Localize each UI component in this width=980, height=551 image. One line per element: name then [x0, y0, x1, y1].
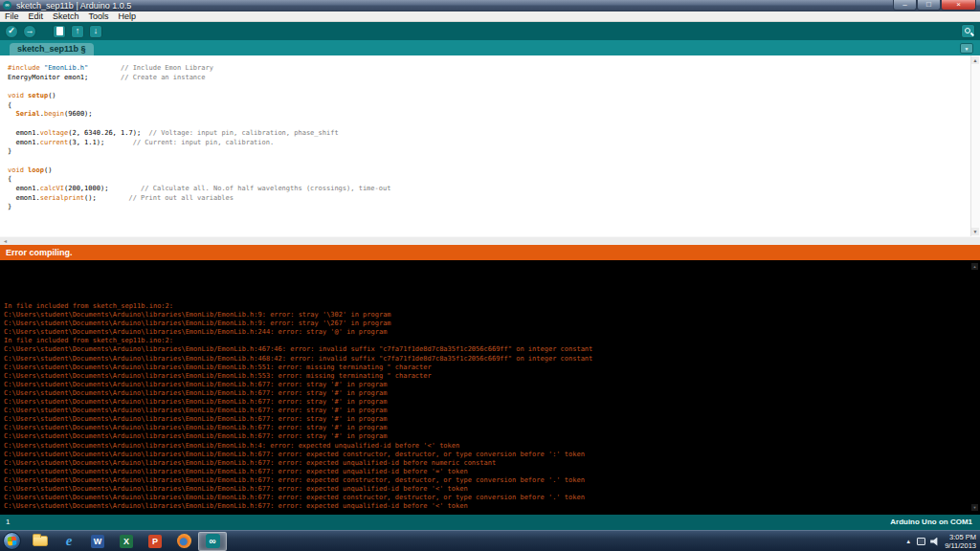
code-editor[interactable]: #include "EmonLib.h" // Include Emon Lib… [0, 55, 980, 236]
close-button[interactable]: × [941, 0, 976, 11]
arduino-icon: ∞ [206, 534, 220, 548]
menu-help[interactable]: Help [114, 11, 142, 22]
volume-icon[interactable] [930, 538, 939, 546]
network-icon[interactable] [917, 538, 925, 545]
verify-button[interactable]: ✓ [5, 25, 18, 38]
menu-sketch[interactable]: Sketch [48, 11, 84, 22]
code-line: Serial.begin(9600); [8, 110, 980, 120]
upload-button[interactable]: → [23, 25, 36, 38]
arrow-right-icon: → [26, 27, 34, 35]
excel-icon: X [120, 535, 133, 548]
windows-logo-icon [8, 537, 17, 546]
taskbar-arduino-button[interactable]: ∞ [198, 532, 227, 551]
console-error-line: C:\Users\student\Documents\Arduino\libra… [4, 485, 980, 494]
console-error-line: C:\Users\student\Documents\Arduino\libra… [4, 468, 980, 476]
menu-tools[interactable]: Tools [84, 11, 114, 22]
code-line [8, 157, 980, 166]
console-error-line: C:\Users\student\Documents\Arduino\libra… [4, 398, 980, 407]
taskbar-clock[interactable]: 3:05 PM 9/11/2013 [945, 533, 976, 550]
tab-strip: sketch_sep11b § ▼ [0, 40, 980, 55]
code-line: #include "EmonLib.h" // Include Emon Lib… [8, 64, 980, 74]
code-line [8, 120, 980, 129]
magnifier-icon [965, 28, 970, 33]
minimize-button[interactable]: – [893, 0, 917, 11]
console-error-line: C:\Users\student\Documents\Arduino\libra… [4, 415, 980, 424]
code-line: { [8, 101, 980, 111]
tab-sketch-sep11b[interactable]: sketch_sep11b § [10, 43, 94, 55]
console-scroll-down-icon[interactable]: ▼ [971, 504, 978, 511]
console-error-line: C:\Users\student\Documents\Arduino\libra… [4, 442, 980, 451]
code-line: { [8, 175, 980, 185]
system-tray: ▲ 3:05 PM 9/11/2013 [905, 531, 976, 551]
scroll-down-icon[interactable]: ▼ [971, 228, 979, 235]
internet-explorer-icon: e [66, 534, 73, 548]
line-number-indicator: 1 [6, 518, 10, 526]
console-error-line: C:\Users\student\Documents\Arduino\libra… [4, 311, 980, 320]
taskbar-word-button[interactable]: W [83, 532, 112, 551]
code-line [8, 82, 980, 92]
taskbar-powerpoint-button[interactable]: P [141, 532, 169, 551]
console-error-line: C:\Users\student\Documents\Arduino\libra… [4, 432, 980, 441]
window-title: sketch_sep11b | Arduino 1.0.5 [16, 1, 131, 11]
new-sketch-button[interactable] [53, 25, 66, 38]
clock-time: 3:05 PM [945, 533, 976, 541]
code-line: emon1.voltage(2, 6340.26, 1.7); // Volta… [8, 129, 980, 139]
taskbar-firefox-button[interactable] [169, 532, 198, 551]
console-error-line: In file included from sketch_sep11b.ino:… [4, 337, 980, 345]
maximize-button[interactable]: □ [917, 0, 941, 11]
scroll-up-icon[interactable]: ▲ [971, 56, 979, 64]
toolbar: ✓ → ↑ ↓ [0, 22, 980, 40]
ide-footer: 1 Arduino Uno on COM1 [0, 515, 980, 530]
console-error-line: C:\Users\student\Documents\Arduino\libra… [4, 328, 980, 337]
save-sketch-button[interactable]: ↓ [89, 25, 102, 38]
folder-icon [33, 536, 48, 546]
console-error-line: C:\Users\student\Documents\Arduino\libra… [4, 372, 980, 381]
console-error-line: C:\Users\student\Documents\Arduino\libra… [4, 407, 980, 415]
arrow-up-icon: ↑ [76, 27, 80, 35]
check-icon: ✓ [8, 27, 15, 35]
editor-vertical-scrollbar[interactable]: ▲ ▼ [970, 55, 980, 236]
menu-edit[interactable]: Edit [24, 11, 49, 22]
console-error-line: C:\Users\student\Documents\Arduino\libra… [4, 364, 980, 372]
start-button[interactable] [3, 532, 21, 550]
window-titlebar[interactable]: ∞ sketch_sep11b | Arduino 1.0.5 – □ × [0, 0, 980, 11]
taskbar-ie-button[interactable]: e [55, 532, 83, 551]
chevron-down-icon: ▼ [965, 46, 969, 52]
console-error-line: In file included from sketch_sep11b.ino:… [4, 302, 980, 311]
console-output[interactable]: In file included from sketch_sep11b.ino:… [0, 260, 980, 515]
tray-expand-icon[interactable]: ▲ [905, 539, 911, 544]
scroll-left-icon[interactable]: ◄ [3, 238, 8, 244]
compile-status-bar: Error compiling. [0, 245, 980, 260]
taskbar-explorer-button[interactable] [26, 532, 55, 551]
clock-date: 9/11/2013 [945, 541, 976, 550]
menu-file[interactable]: File [0, 11, 24, 22]
menu-bar: FileEditSketchToolsHelp [0, 11, 980, 22]
new-file-icon [56, 27, 63, 35]
word-icon: W [91, 535, 104, 548]
console-error-line: C:\Users\student\Documents\Arduino\libra… [4, 451, 980, 459]
console-scroll-up-icon[interactable]: ▲ [971, 263, 978, 270]
code-line: emon1.calcVI(200,1000); // Calculate all… [8, 185, 980, 194]
console-error-line: C:\Users\student\Documents\Arduino\libra… [4, 320, 980, 328]
console-error-line: C:\Users\student\Documents\Arduino\libra… [4, 355, 980, 364]
serial-monitor-button[interactable] [961, 24, 975, 38]
console-error-line: C:\Users\student\Documents\Arduino\libra… [4, 345, 980, 354]
code-line: EnergyMonitor emon1; // Create an instan… [8, 74, 980, 83]
open-sketch-button[interactable]: ↑ [71, 25, 84, 38]
console-error-line: C:\Users\student\Documents\Arduino\libra… [4, 389, 980, 398]
code-line: void setup() [8, 92, 980, 101]
console-error-line: C:\Users\student\Documents\Arduino\libra… [4, 502, 980, 511]
windows-taskbar: e W X P ∞ ▲ 3:05 PM 9/11/2013 [0, 530, 980, 551]
tab-menu-button[interactable]: ▼ [960, 43, 973, 54]
code-line: } [8, 147, 980, 157]
taskbar-excel-button[interactable]: X [112, 532, 141, 551]
console-error-line: C:\Users\student\Documents\Arduino\libra… [4, 424, 980, 432]
arduino-ide-window: ∞ sketch_sep11b | Arduino 1.0.5 – □ × Fi… [0, 0, 980, 551]
board-port-label: Arduino Uno on COM1 [890, 515, 972, 530]
console-error-line: C:\Users\student\Documents\Arduino\libra… [4, 476, 980, 485]
arrow-down-icon: ↓ [94, 27, 99, 35]
powerpoint-icon: P [148, 535, 162, 548]
status-message: Error compiling. [6, 248, 73, 257]
console-error-line: C:\Users\student\Documents\Arduino\libra… [4, 459, 980, 468]
editor-horizontal-scrollbar[interactable]: ◄ [0, 236, 980, 245]
